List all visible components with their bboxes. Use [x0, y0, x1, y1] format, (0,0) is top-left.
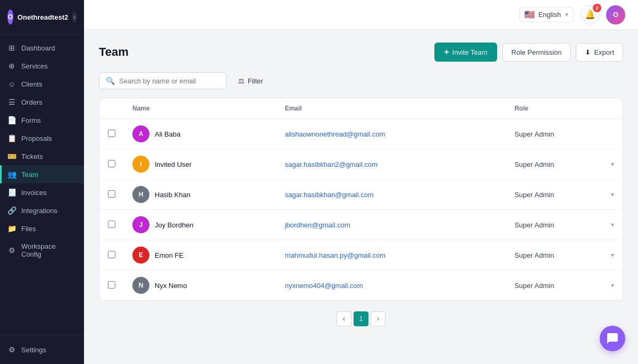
- table-row: N Nyx Nemo nyxnemo404@gmail.com Super Ad…: [99, 270, 623, 301]
- email-cell: nyxnemo404@gmail.com: [276, 270, 506, 301]
- search-input[interactable]: [119, 77, 220, 85]
- sidebar-label-integrations: Integrations: [21, 207, 57, 215]
- sidebar-item-invoices[interactable]: 🧾 Invoices: [0, 183, 84, 201]
- sidebar-item-forms[interactable]: 📄 Forms: [0, 111, 84, 129]
- language-selector[interactable]: 🇺🇸 English ▼: [519, 7, 574, 22]
- member-avatar: I: [132, 156, 149, 173]
- email-cell: jbordhen@gmail.com: [276, 210, 506, 240]
- notification-button[interactable]: 🔔 2: [581, 5, 600, 24]
- dashboard-icon: ⊞: [7, 44, 16, 52]
- workspace-logo[interactable]: O Onethreadtest2 ‹: [0, 0, 84, 35]
- row-checkbox-cell: [99, 149, 124, 180]
- email-cell: mahmudul.hasan.py@gmail.com: [276, 240, 506, 270]
- email-cell: sagar.hasibkhan@gmail.com: [276, 180, 506, 210]
- row-checkbox[interactable]: [108, 190, 115, 198]
- proposals-icon: 📋: [7, 134, 16, 142]
- sidebar-item-settings[interactable]: ⚙ Settings: [0, 341, 84, 359]
- row-checkbox-cell: [99, 210, 124, 240]
- search-icon: 🔍: [106, 77, 115, 85]
- row-checkbox-cell: [99, 270, 124, 301]
- sidebar-label-invoices: Invoices: [21, 189, 47, 197]
- row-checkbox[interactable]: [108, 221, 115, 228]
- sidebar-item-workspace[interactable]: ⚙ Workspace Config: [0, 238, 84, 263]
- topbar: 🇺🇸 English ▼ 🔔 2 O: [84, 0, 638, 30]
- pagination-prev[interactable]: ‹: [337, 311, 351, 326]
- row-checkbox-cell: [99, 180, 124, 210]
- workspace-name: Onethreadtest2: [18, 13, 68, 21]
- pagination: ‹ 1 ›: [99, 301, 623, 337]
- name-cell: A Ali Baba: [124, 119, 276, 149]
- member-avatar: E: [132, 247, 149, 264]
- pagination-current[interactable]: 1: [354, 311, 368, 326]
- export-label: Export: [594, 48, 614, 56]
- pagination-next[interactable]: ›: [371, 311, 385, 326]
- role-dropdown-icon[interactable]: ▾: [611, 221, 614, 228]
- email-cell: alishaownonethread@gmail.com: [276, 119, 506, 149]
- sidebar-item-integrations[interactable]: 🔗 Integrations: [0, 201, 84, 219]
- invite-team-button[interactable]: + Invite Team: [434, 43, 497, 62]
- sidebar-item-files[interactable]: 📁 Files: [0, 219, 84, 238]
- chat-bubble[interactable]: [600, 326, 625, 351]
- integrations-icon: 🔗: [7, 206, 16, 215]
- user-avatar[interactable]: O: [606, 5, 625, 24]
- row-checkbox[interactable]: [108, 251, 115, 258]
- sidebar-item-orders[interactable]: ☰ Orders: [0, 93, 84, 111]
- sidebar-item-proposals[interactable]: 📋 Proposals: [0, 129, 84, 147]
- clients-icon: ☺: [7, 80, 16, 88]
- member-name: Hasib Khan: [155, 191, 190, 199]
- role-dropdown-icon[interactable]: ▾: [611, 282, 614, 289]
- role-permission-label: Role Permission: [511, 48, 562, 56]
- filter-icon: ⚖: [238, 77, 245, 85]
- settings-icon: ⚙: [7, 345, 16, 354]
- sidebar-label-forms: Forms: [21, 116, 41, 124]
- member-role: Super Admin: [515, 282, 554, 290]
- sidebar-item-tickets[interactable]: 🎫 Tickets: [0, 147, 84, 165]
- name-cell: J Joy Bordhen: [124, 210, 276, 240]
- sidebar-label-tickets: Tickets: [21, 153, 43, 160]
- role-cell: Super Admin ▾: [506, 240, 623, 270]
- header-actions: + Invite Team Role Permission ⬇ Export: [434, 43, 623, 62]
- member-avatar: H: [132, 186, 149, 203]
- collapse-button[interactable]: ‹: [72, 12, 77, 22]
- flag-icon: 🇺🇸: [524, 10, 535, 20]
- row-checkbox[interactable]: [108, 281, 115, 289]
- member-avatar: A: [132, 125, 149, 142]
- role-dropdown-icon[interactable]: ▾: [611, 191, 614, 198]
- role-cell: Super Admin: [506, 119, 623, 149]
- sidebar-item-team[interactable]: 👥 Team: [0, 165, 84, 183]
- main-content: 🇺🇸 English ▼ 🔔 2 O Team + Invite Team Ro…: [84, 0, 638, 364]
- services-icon: ⊕: [7, 62, 16, 70]
- member-name: Joy Bordhen: [155, 221, 194, 229]
- filter-label: Filter: [248, 77, 263, 85]
- role-cell: Super Admin ▾: [506, 180, 623, 210]
- filter-button[interactable]: ⚖ Filter: [233, 74, 268, 88]
- sidebar-label-orders: Orders: [21, 98, 43, 106]
- table-row: A Ali Baba alishaownonethread@gmail.com …: [99, 119, 623, 149]
- sidebar-nav: ⊞ Dashboard ⊕ Services ☺ Clients ☰ Order…: [0, 35, 84, 335]
- workspace-icon: ⚙: [7, 246, 16, 255]
- member-role: Super Admin: [515, 191, 554, 199]
- page-header: Team + Invite Team Role Permission ⬇ Exp…: [99, 43, 623, 62]
- row-checkbox[interactable]: [108, 160, 115, 167]
- member-email: nyxnemo404@gmail.com: [285, 282, 363, 290]
- member-role: Super Admin: [515, 221, 554, 229]
- member-email: alishaownonethread@gmail.com: [285, 130, 385, 138]
- sidebar-item-clients[interactable]: ☺ Clients: [0, 75, 84, 93]
- member-role: Super Admin: [515, 130, 554, 138]
- role-dropdown-icon[interactable]: ▾: [611, 160, 614, 168]
- sidebar-label-clients: Clients: [21, 80, 43, 88]
- member-role: Super Admin: [515, 251, 554, 259]
- table-header: Name Email Role: [99, 98, 623, 119]
- name-cell: N Nyx Nemo: [124, 270, 276, 301]
- row-checkbox[interactable]: [108, 130, 115, 137]
- sidebar-item-dashboard[interactable]: ⊞ Dashboard: [0, 39, 84, 57]
- invite-team-label: Invite Team: [452, 48, 488, 56]
- member-avatar: J: [132, 216, 149, 233]
- member-email: jbordhen@gmail.com: [285, 221, 350, 229]
- sidebar-item-services[interactable]: ⊕ Services: [0, 57, 84, 75]
- role-permission-button[interactable]: Role Permission: [502, 43, 571, 62]
- role-dropdown-icon[interactable]: ▾: [611, 251, 614, 259]
- member-email: mahmudul.hasan.py@gmail.com: [285, 251, 386, 259]
- export-button[interactable]: ⬇ Export: [576, 43, 623, 62]
- col-checkbox: [99, 98, 124, 119]
